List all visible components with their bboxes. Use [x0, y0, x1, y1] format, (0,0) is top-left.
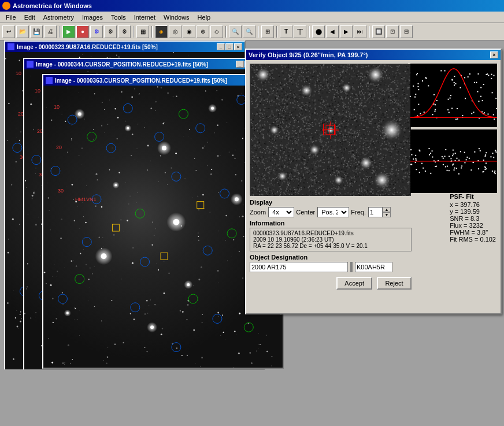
- display-label: Display: [250, 199, 272, 206]
- verify-dialog: Verify Object 9/25 (0.26"/min, PA 199.7°…: [245, 49, 502, 314]
- sep1: [59, 26, 60, 38]
- tb-text[interactable]: T: [280, 25, 292, 38]
- psf-snr: SNR = 8.3: [450, 215, 496, 222]
- sep6: [276, 26, 277, 38]
- mdi-title-2: Image - 00000344.CURSOR_POSITION.REDUCED…: [36, 61, 208, 68]
- tb-anim5[interactable]: ◇: [210, 25, 223, 38]
- mdi-close-1[interactable]: ×: [234, 43, 242, 50]
- menu-edit[interactable]: Edit: [21, 13, 39, 21]
- tb-run2[interactable]: ●: [76, 25, 89, 38]
- dialog-title: Verify Object 9/25 (0.26"/min, PA 199.7°…: [249, 51, 368, 58]
- psf-fit-section: PSF- Fit x = 397.76 y = 139.59 SNR = 8.3…: [450, 193, 496, 243]
- crosshair-box: [323, 124, 335, 135]
- menu-help[interactable]: Help: [194, 13, 214, 21]
- psf-flux: Flux = 3232: [450, 222, 496, 229]
- sep8: [369, 26, 370, 38]
- menu-internet[interactable]: Internet: [131, 13, 159, 21]
- reject-button[interactable]: Reject: [377, 277, 412, 290]
- zoom-select[interactable]: 1x 2x 4x 8x: [268, 207, 294, 217]
- psf-fwhm: FWHM = 3.8": [450, 229, 496, 236]
- app-titlebar: Astrometrica for Windows: [0, 0, 504, 12]
- designation-code-input[interactable]: [355, 262, 392, 272]
- tb-run4[interactable]: ⚙: [104, 25, 117, 38]
- psf-y: y = 139.59: [450, 208, 496, 215]
- tb-anim1[interactable]: ◈: [155, 25, 168, 38]
- mdi-maximize-1[interactable]: □: [225, 43, 234, 50]
- tb-nav1[interactable]: ⬤: [312, 25, 325, 38]
- sep7: [309, 26, 310, 38]
- tb-save[interactable]: 💾: [30, 25, 43, 38]
- sep3: [151, 26, 153, 38]
- mdi-icon-3: [46, 77, 53, 84]
- info-line1: 00000323.9U87A16.REDUCED+19.fits: [253, 230, 408, 236]
- freq-up[interactable]: ▲: [383, 207, 391, 212]
- mdi-controls-1: _ □ ×: [217, 43, 242, 50]
- sep4: [225, 26, 227, 38]
- object-designation-section: Object Designation: [250, 254, 412, 272]
- tb-img1[interactable]: ▦: [136, 25, 149, 38]
- tb-extra4[interactable]: ⊟: [400, 25, 413, 38]
- mdi-titlebar-2[interactable]: Image - 00000344.CURSOR_POSITION.REDUCED…: [24, 59, 264, 69]
- crosshair-vertical: [329, 124, 329, 135]
- mdi-title-3: Image - 00000363.CURSOR_POSITION.REDUCED…: [55, 77, 227, 84]
- psf-fit-rms: Fit RMS = 0.102: [450, 236, 496, 243]
- freq-down[interactable]: ▼: [383, 212, 391, 217]
- center-label: Center: [296, 209, 315, 216]
- tb-new[interactable]: ↩: [2, 25, 15, 38]
- information-label: Information: [250, 220, 412, 227]
- tb-text2[interactable]: ⊤: [294, 25, 306, 38]
- mdi-minimize-2[interactable]: _: [236, 61, 244, 68]
- mdi-title-1: Image - 00000323.9U87A16.REDUCED+19.fits…: [17, 44, 158, 50]
- tb-open[interactable]: 📂: [16, 25, 29, 38]
- mdi-titlebar-1[interactable]: Image - 00000323.9U87A16.REDUCED+19.fits…: [5, 42, 244, 52]
- freq-input[interactable]: [368, 207, 383, 217]
- toolbar: ↩ 📂 💾 🖨 ▶ ● ⚙ ⚙ ⚙ ▦ ◈ ◎ ◉ ⊗ ◇ 🔍 🔍 ⊞ T ⊤ …: [0, 23, 504, 40]
- designation-separator: [350, 262, 353, 272]
- menu-tools[interactable]: Tools: [108, 13, 129, 21]
- info-line2: 2009 10 19.10960 (2:36:23 UT): [253, 236, 408, 243]
- tb-nav4[interactable]: ⏭: [354, 25, 366, 38]
- menu-bar: File Edit Astrometry Images Tools Intern…: [0, 12, 504, 23]
- mdi-icon-1: [8, 43, 14, 50]
- sep2: [133, 26, 134, 38]
- tb-run3[interactable]: ⚙: [90, 25, 103, 38]
- menu-file[interactable]: File: [2, 13, 20, 21]
- mdi-area: Image - 00000323.9U87A16.REDUCED+19.fits…: [0, 40, 504, 426]
- psf-fit-label: PSF- Fit: [450, 193, 496, 200]
- freq-label: Freq.: [351, 209, 366, 216]
- info-line3: RA = 22 23 56.72 De = +05 44 35.0 V = 20…: [253, 243, 408, 249]
- dialog-content: PSF- Fit x = 397.76 y = 139.59 SNR = 8.3…: [246, 60, 501, 293]
- accept-button[interactable]: Accept: [336, 277, 372, 290]
- tb-zoom2[interactable]: 🔍: [243, 25, 255, 38]
- app-title: Astrometrica for Windows: [13, 2, 92, 9]
- information-box: 00000323.9U87A16.REDUCED+19.fits 2009 10…: [250, 228, 412, 251]
- designation-input[interactable]: [250, 262, 348, 272]
- psf-x: x = 397.76: [450, 201, 496, 208]
- dialog-close-button[interactable]: ×: [490, 51, 498, 58]
- tb-print[interactable]: 🖨: [44, 25, 57, 38]
- dialog-buttons: Accept Reject: [250, 277, 412, 290]
- center-select[interactable]: Pos. 1 Pos. 2 Pos. 3: [317, 207, 349, 217]
- tb-run5[interactable]: ⚙: [118, 25, 131, 38]
- tb-extra1[interactable]: ⊞: [261, 25, 274, 38]
- tb-nav3[interactable]: ▶: [340, 25, 353, 38]
- tb-run1[interactable]: ▶: [62, 25, 75, 38]
- dialog-titlebar[interactable]: Verify Object 9/25 (0.26"/min, PA 199.7°…: [246, 50, 501, 60]
- menu-images[interactable]: Images: [79, 13, 106, 21]
- menu-windows[interactable]: Windows: [160, 13, 193, 21]
- tb-anim4[interactable]: ⊗: [197, 25, 209, 38]
- psf-plot-top: [410, 64, 497, 127]
- freq-spinner[interactable]: ▲ ▼: [383, 207, 391, 217]
- sep5: [258, 26, 259, 38]
- tb-anim2[interactable]: ◎: [169, 25, 181, 38]
- psf-plots: [410, 64, 497, 195]
- menu-astrometry[interactable]: Astrometry: [40, 13, 77, 21]
- tb-zoom1[interactable]: 🔍: [229, 25, 242, 38]
- tb-extra2[interactable]: 🔲: [372, 25, 385, 38]
- tb-anim3[interactable]: ◉: [183, 25, 195, 38]
- tb-extra3[interactable]: ⊡: [386, 25, 399, 38]
- mdi-minimize-1[interactable]: _: [217, 43, 225, 50]
- zoom-label: Zoom: [250, 209, 266, 216]
- tb-nav2[interactable]: ◀: [326, 25, 339, 38]
- object-designation-label: Object Designation: [250, 254, 412, 261]
